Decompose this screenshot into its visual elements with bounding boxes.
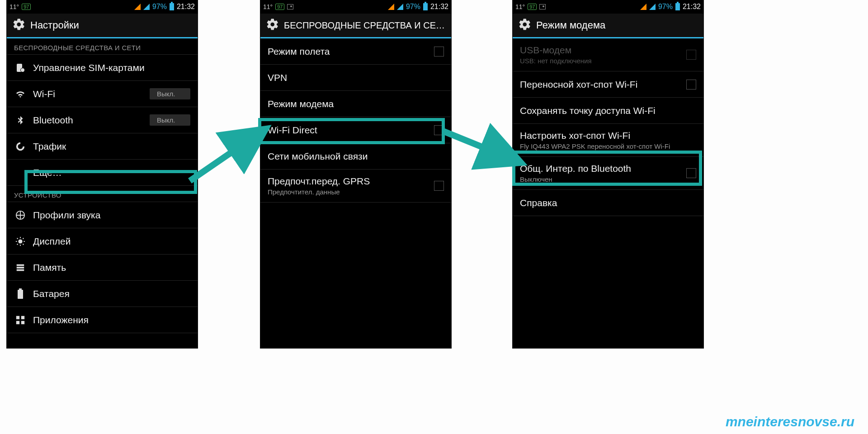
brightness-icon xyxy=(14,236,27,246)
portable-hotspot-label: Переносной хот-спот Wi-Fi xyxy=(520,79,680,90)
signal-sim2-icon xyxy=(649,4,656,10)
battery-label: Батарея xyxy=(33,288,190,299)
traffic-label: Трафик xyxy=(33,141,190,152)
tethering-label: Режим модема xyxy=(268,99,444,109)
configure-hotspot-item[interactable]: Настроить хот-спот Wi-Fi Fly IQ443 WPA2 … xyxy=(513,124,703,157)
bluetooth-label: Bluetooth xyxy=(33,115,143,126)
gprs-pref-item[interactable]: Предпочт.перед. GPRS Предпочтител. данны… xyxy=(260,170,451,203)
wifi-icon xyxy=(14,89,27,99)
configure-hotspot-sub: Fly IQ443 WPA2 PSK переносной хот-спот W… xyxy=(520,142,696,150)
sound-icon xyxy=(14,210,27,220)
bluetooth-item[interactable]: Bluetooth Выкл. xyxy=(7,107,198,133)
sound-label: Профили звука xyxy=(33,210,190,221)
memory-item[interactable]: Память xyxy=(7,255,198,281)
statusbar: 11° 97 97% 21:32 xyxy=(513,0,703,14)
signal-sim2-icon xyxy=(143,4,150,10)
screenshot-icon xyxy=(287,4,293,9)
portable-hotspot-item[interactable]: Переносной хот-спот Wi-Fi xyxy=(513,71,703,98)
screenshot-icon xyxy=(539,4,546,9)
section-wireless-header: БЕСПРОВОДНЫЕ СРЕДСТВА И СЕТИ xyxy=(7,38,198,54)
battery-icon xyxy=(170,3,174,10)
airplane-mode-item[interactable]: Режим полета xyxy=(260,38,451,65)
clock: 21:32 xyxy=(177,3,195,11)
battery-pct: 97% xyxy=(152,3,167,11)
badge-icon: 97 xyxy=(22,4,31,10)
help-label: Справка xyxy=(520,198,696,208)
vpn-label: VPN xyxy=(268,72,444,83)
wifi-direct-item[interactable]: Wi-Fi Direct xyxy=(260,117,451,143)
clock: 21:32 xyxy=(430,3,448,11)
keep-hotspot-item[interactable]: Сохранять точку доступа Wi-Fi xyxy=(513,98,703,124)
memory-label: Память xyxy=(33,262,190,273)
svg-line-9 xyxy=(17,238,18,239)
svg-rect-19 xyxy=(21,316,24,319)
phone-screen-wireless: 11° 97 97% 21:32 БЕСПРОВОДНЫЕ СРЕДСТВА И… xyxy=(260,0,451,348)
wifi-toggle[interactable]: Выкл. xyxy=(150,88,190,99)
svg-rect-13 xyxy=(17,264,24,266)
tethering-item[interactable]: Режим модема xyxy=(260,91,451,117)
svg-line-12 xyxy=(23,238,24,239)
battery-item[interactable]: Батарея xyxy=(7,281,198,307)
svg-rect-20 xyxy=(16,321,19,324)
sim-label: Управление SIM-картами xyxy=(33,62,190,73)
svg-point-4 xyxy=(18,239,22,243)
wifi-item[interactable]: Wi-Fi Выкл. xyxy=(7,81,198,107)
apps-item[interactable]: Приложения xyxy=(7,307,198,333)
titlebar: Режим модема xyxy=(513,14,703,38)
usb-modem-label: USB-модем xyxy=(520,45,680,56)
temperature: 11° xyxy=(263,3,273,10)
svg-rect-18 xyxy=(16,316,19,319)
signal-sim2-icon xyxy=(397,4,403,10)
wifi-direct-label: Wi-Fi Direct xyxy=(268,125,428,136)
usb-modem-checkbox xyxy=(686,50,696,60)
temperature: 11° xyxy=(515,3,525,10)
sound-profiles-item[interactable]: Профили звука xyxy=(7,202,198,228)
page-title: Режим модема xyxy=(536,19,605,31)
mobile-networks-label: Сети мобильной связи xyxy=(268,151,444,162)
usb-modem-item: USB-модем USB: нет подключения xyxy=(513,38,703,71)
svg-rect-17 xyxy=(19,288,22,290)
mobile-networks-item[interactable]: Сети мобильной связи xyxy=(260,143,451,170)
gprs-checkbox[interactable] xyxy=(434,181,444,191)
data-usage-icon xyxy=(14,142,27,151)
sim-icon xyxy=(14,62,27,73)
portable-hotspot-checkbox[interactable] xyxy=(686,80,696,90)
bluetooth-toggle[interactable]: Выкл. xyxy=(150,114,190,126)
airplane-checkbox[interactable] xyxy=(434,47,444,57)
help-item[interactable]: Справка xyxy=(513,190,703,216)
svg-line-11 xyxy=(17,244,18,245)
apps-label: Приложения xyxy=(33,315,190,326)
gprs-label: Предпочт.перед. GPRS xyxy=(268,176,428,187)
svg-rect-21 xyxy=(21,321,24,324)
usb-modem-sub: USB: нет подключения xyxy=(520,57,680,65)
sim-management-item[interactable]: Управление SIM-картами xyxy=(7,55,198,81)
badge-icon: 97 xyxy=(528,4,537,10)
battery-pct: 97% xyxy=(406,3,420,11)
bt-tether-checkbox[interactable] xyxy=(686,168,696,178)
keep-hotspot-label: Сохранять точку доступа Wi-Fi xyxy=(520,105,696,116)
page-title: БЕСПРОВОДНЫЕ СРЕДСТВА И СЕ… xyxy=(284,20,445,31)
gear-icon xyxy=(266,18,279,33)
more-item[interactable]: Еще… xyxy=(7,160,198,186)
bt-tether-label: Общ. Интер. по Bluetooth xyxy=(520,163,680,174)
battery-icon xyxy=(675,3,680,10)
svg-rect-15 xyxy=(17,269,24,271)
gear-icon xyxy=(12,18,26,33)
svg-line-24 xyxy=(443,131,510,158)
phone-screen-settings: 11° 97 97% 21:32 Настройки БЕСПРОВОДНЫЕ … xyxy=(7,0,198,348)
wifi-direct-checkbox[interactable] xyxy=(434,125,444,135)
svg-rect-16 xyxy=(18,290,23,299)
bt-tether-sub: Выключен xyxy=(520,175,680,183)
vpn-item[interactable]: VPN xyxy=(260,65,451,91)
bt-tether-item[interactable]: Общ. Интер. по Bluetooth Выключен xyxy=(513,157,703,190)
phone-screen-tethering: 11° 97 97% 21:32 Режим модема USB-модем … xyxy=(513,0,703,348)
configure-hotspot-label: Настроить хот-спот Wi-Fi xyxy=(520,130,696,141)
storage-icon xyxy=(14,263,27,273)
traffic-item[interactable]: Трафик xyxy=(7,133,198,160)
display-item[interactable]: Дисплей xyxy=(7,228,198,255)
airplane-label: Режим полета xyxy=(268,46,428,57)
signal-sim1-icon xyxy=(640,4,646,10)
signal-sim1-icon xyxy=(134,4,141,10)
page-title: Настройки xyxy=(30,19,79,31)
signal-sim1-icon xyxy=(388,4,394,10)
